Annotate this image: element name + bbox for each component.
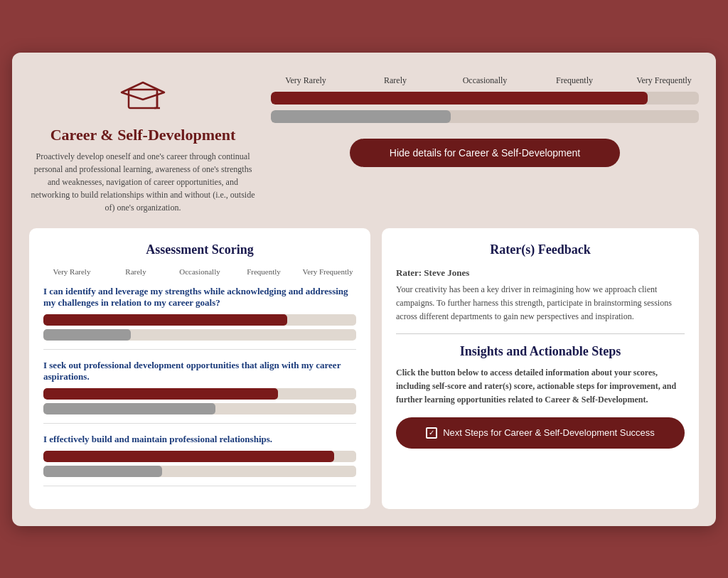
q2-bar2-fill [43,403,215,414]
section-title: Career & Self-Development [50,126,236,144]
graduation-cap-icon [118,77,168,119]
question-2-text: I seek out professional development oppo… [43,360,356,382]
section-description: Proactively develop oneself and one's ca… [29,150,257,214]
assessment-panel: Assessment Scoring Very Rarely Rarely Oc… [29,228,370,509]
q1-bar2-row [43,329,356,341]
top-bar-fill-1 [271,92,648,105]
assess-label-occasionally: Occasionally [171,267,228,276]
divider-2 [43,423,356,424]
top-bar-2 [271,110,699,123]
top-bar-track-1 [271,92,699,105]
label-very-rarely: Very Rarely [274,75,338,86]
next-steps-label: Next Steps for Career & Self-Development… [443,427,655,438]
top-bar-1 [271,92,699,105]
q2-bar2-row [43,403,356,414]
right-header: Very Rarely Rarely Occasionally Frequent… [271,70,699,214]
q1-bar2-fill [43,329,131,341]
checkbox-icon: ✓ [426,427,437,439]
assess-label-very-frequently: Very Frequently [299,267,356,276]
assessment-title: Assessment Scoring [43,242,356,257]
divider-1 [43,349,356,350]
left-header: Career & Self-Development Proactively de… [29,70,257,214]
rater-title: Rater(s) Feedback [396,242,685,257]
question-1-text: I can identify and leverage my strengths… [43,286,356,309]
q1-bar1-fill [43,314,287,326]
label-occasionally: Occasionally [453,75,517,86]
main-card: Career & Self-Development Proactively de… [12,53,716,526]
assess-label-very-rarely: Very Rarely [43,267,100,276]
top-bar-track-2 [271,110,699,123]
insights-text: Click the button below to access detaile… [396,366,685,407]
rater-name: Rater: Steve Jones [396,267,685,279]
q2-bar1-row [43,388,356,400]
q2-bar1-fill [43,388,278,400]
label-frequently: Frequently [542,75,606,86]
q3-bar2-fill [43,466,162,477]
q3-bar1-fill [43,451,334,462]
hide-details-button[interactable]: Hide details for Career & Self-Developme… [350,139,620,167]
q1-bar1-row [43,314,356,326]
top-scale-labels: Very Rarely Rarely Occasionally Frequent… [271,75,699,86]
label-rarely: Rarely [363,75,427,86]
question-3-text: I effectively build and maintain profess… [43,434,356,445]
rater-panel: Rater(s) Feedback Rater: Steve Jones You… [382,228,699,509]
assess-label-frequently: Frequently [235,267,292,276]
top-section: Career & Self-Development Proactively de… [29,70,699,214]
rater-feedback-text: Your creativity has been a key driver in… [396,283,685,324]
q3-bar2-row [43,466,356,477]
next-steps-button[interactable]: ✓ Next Steps for Career & Self-Developme… [396,417,685,449]
assessment-scale-labels: Very Rarely Rarely Occasionally Frequent… [43,267,356,276]
assess-label-rarely: Rarely [107,267,164,276]
divider-3 [43,486,356,486]
insights-title: Insights and Actionable Steps [396,344,685,359]
rater-divider [396,333,685,334]
label-very-frequently: Very Frequently [632,75,696,86]
bottom-section: Assessment Scoring Very Rarely Rarely Oc… [29,228,699,509]
top-bar-fill-2 [271,110,451,123]
q3-bar1-row [43,451,356,462]
